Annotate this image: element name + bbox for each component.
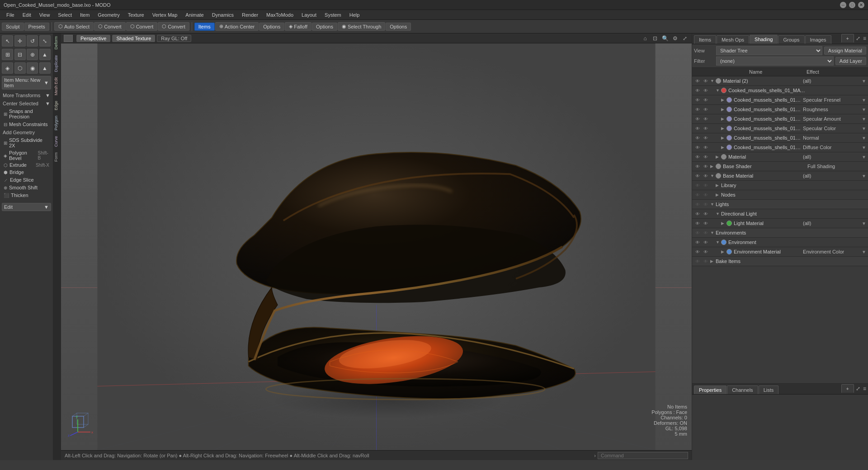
expand-env-mat[interactable]: ▶ [721,249,726,254]
options-button-2[interactable]: Options [312,23,337,31]
effect-arrow-glossiness[interactable]: ▼ [862,107,866,112]
expand-mat1[interactable]: ▼ [716,88,721,93]
tree-item-normal[interactable]: 👁 👁 ▶ Cooked_mussels_shells_01_MAT_bump_… [692,133,868,143]
tab-items[interactable]: Items [694,35,716,44]
vis2-toggle-environments[interactable]: 👁 [702,229,709,236]
auto-select-button[interactable]: ⬡ Auto Select [54,22,94,31]
tool-e-btn[interactable]: ◈ [2,62,13,74]
menu-layout[interactable]: Layout [298,11,320,19]
menu-item[interactable]: Item [76,11,93,19]
expand-environments[interactable]: ▼ [710,230,716,235]
vis2-toggle-diffuse[interactable]: 👁 [702,144,709,151]
tool-select-btn[interactable]: ↖ [2,35,13,47]
expand-nodes[interactable]: ▶ [716,193,721,197]
smooth-shift-btn[interactable]: ⊕ Smooth Shift [2,184,51,191]
tree-item-specular-color[interactable]: 👁 👁 ▶ Cooked_mussels_shells_01_Specular … [692,124,868,133]
vis2-toggle-fresnel[interactable]: 👁 [702,96,709,103]
vis-toggle-base-shader[interactable]: 👁 [694,163,701,170]
expand-bake[interactable]: ▶ [710,259,716,263]
extrude-btn[interactable]: ⬡ Extrude Shift-X [2,162,51,168]
vis2-toggle-material[interactable]: 👁 [702,77,709,85]
vis-toggle-env[interactable]: 👁 [694,239,701,246]
expand-base-material[interactable]: ▼ [710,174,716,178]
effect-arrow-normal[interactable]: ▼ [862,136,866,141]
convert-button-2[interactable]: ⬡ Convert [126,22,158,31]
vis-toggle-lights[interactable]: 👁 [694,201,701,208]
vis-toggle-dir-light[interactable]: 👁 [694,210,701,217]
viewport-drag-handle[interactable] [64,35,73,42]
bridge-btn[interactable]: ⬢ Bridge [2,169,51,176]
tool-h-btn[interactable]: ▲ [39,62,51,74]
vis2-toggle-dir-light[interactable]: 👁 [702,210,709,217]
tree-item-environment[interactable]: 👁 👁 ▼ Environment [692,238,868,247]
prop-menu-icon[interactable]: ≡ [863,385,866,392]
polygon-bevel-btn[interactable]: ◈ Polygon Bevel Shift-B [2,150,51,161]
sds-subdivide-btn[interactable]: ⊞ SDS Subdivide 2X [2,136,51,149]
tab-groups[interactable]: Groups [778,35,804,44]
menu-animate[interactable]: Animate [182,11,207,19]
viewport-fit-icon[interactable]: ⊡ [651,34,659,42]
expand-dir-light[interactable]: ▼ [716,212,721,216]
presets-button[interactable]: Presets [24,23,49,31]
vis-toggle-specamt[interactable]: 👁 [694,115,701,122]
tab-shading[interactable]: Shading [750,35,778,44]
edit-dropdown[interactable]: Edit ▼ [2,203,51,211]
menu-view[interactable]: View [36,11,54,19]
tree-item-diffuse[interactable]: 👁 👁 ▶ Cooked_mussels_shells_01_Diffuse (… [692,143,868,152]
perspective-btn[interactable]: Perspective [76,35,110,42]
minimize-button[interactable]: ─ [840,2,846,8]
menu-system[interactable]: System [321,11,345,19]
vis2-toggle-base-material[interactable]: 👁 [702,172,709,179]
edge-tab-edge[interactable]: Edge [53,98,61,113]
vis2-toggle-library[interactable]: 👁 [702,182,709,189]
tree-item-specular-amount[interactable]: 👁 👁 ▶ Cooked_mussels_shells_01_Specular … [692,114,868,124]
center-selected-header[interactable]: Center Selected ▼ [2,99,51,107]
convert-button-1[interactable]: ⬡ Convert [94,22,126,31]
tree-item-material2[interactable]: 👁 👁 ▶ Material (all) ▼ [692,152,868,162]
expand-normal[interactable]: ▶ [721,136,726,140]
vis2-toggle-lights[interactable]: 👁 [702,201,709,208]
effect-arrow-light-mat[interactable]: ▼ [862,221,866,226]
viewport[interactable]: Perspective Shaded Texture Ray GL: Off ⌂… [61,33,692,460]
vis2-toggle-glossiness[interactable]: 👁 [702,106,709,113]
vis-toggle-fresnel[interactable]: 👁 [694,96,701,103]
add-prop-tab[interactable]: + [841,384,854,393]
edge-slice-btn[interactable]: ⟋ Edge Slice [2,176,51,183]
vis2-toggle-light-mat[interactable]: 👁 [702,220,709,227]
thicken-btn[interactable]: ⬛ Thicken [2,192,51,199]
vis-toggle-glossiness[interactable]: 👁 [694,106,701,113]
vis2-toggle-speccol[interactable]: 👁 [702,125,709,132]
vis2-toggle-env[interactable]: 👁 [702,239,709,246]
tree-item-base-shader[interactable]: 👁 👁 ▶ Base Shader Full Shading [692,162,868,171]
vis-toggle-normal[interactable]: 👁 [694,134,701,141]
menu-help[interactable]: Help [346,11,363,19]
effect-arrow-base-material[interactable]: ▼ [862,174,866,179]
edge-tab-curve[interactable]: Curve [53,133,61,150]
vis-toggle-light-mat[interactable]: 👁 [694,220,701,227]
viewport-zoom-icon[interactable]: 🔍 [661,34,669,42]
snaps-precision-btn[interactable]: ⊞ Snaps and Precision [2,108,51,120]
vis-toggle-material[interactable]: 👁 [694,77,701,85]
tab-properties[interactable]: Properties [694,385,726,394]
viewport-home-icon[interactable]: ⌂ [641,34,649,42]
add-geometry-header[interactable]: Add Geometry [2,128,51,136]
tool-b-btn[interactable]: ⊟ [14,49,26,60]
tree-item-dir-light[interactable]: 👁 👁 ▼ Directional Light [692,209,868,219]
expand-material2[interactable]: ▶ [716,155,721,159]
tab-channels[interactable]: Channels [727,385,758,394]
ray-gl-btn[interactable]: Ray GL: Off [157,35,191,42]
tree-item-base-material[interactable]: 👁 👁 ▼ Base Material (all) ▼ [692,171,868,181]
expand-fresnel[interactable]: ▶ [721,98,726,102]
tree-item-lights[interactable]: 👁 👁 ▼ Lights [692,200,868,209]
add-panel-tab[interactable]: + [841,34,854,42]
item-menu-dropdown[interactable]: Item Menu: New Item ▼ [2,76,51,89]
tree-item-nodes[interactable]: 👁 👁 ▶ Nodes [692,190,868,200]
menu-file[interactable]: File [3,11,18,19]
vis-toggle-diffuse[interactable]: 👁 [694,144,701,151]
effect-arrow-material[interactable]: ▼ [862,79,866,84]
tool-g-btn[interactable]: ◉ [27,62,38,74]
tool-d-btn[interactable]: ▲ [39,49,51,60]
vis2-toggle-base-shader[interactable]: 👁 [702,163,709,170]
tab-lists[interactable]: Lists [759,385,779,394]
options-button-3[interactable]: Options [386,23,411,31]
